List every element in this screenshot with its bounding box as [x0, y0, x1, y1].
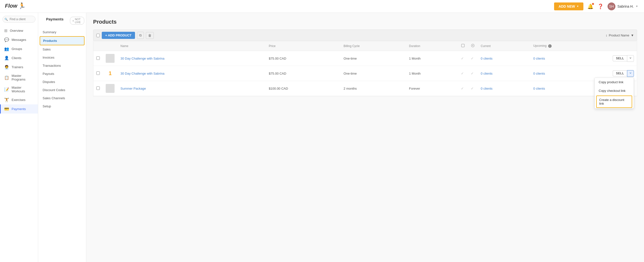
sidebar-item-trainers[interactable]: 🧑‍💼 Trainers	[0, 62, 38, 72]
product-thumb	[106, 84, 114, 93]
user-area[interactable]: SH Sabrina H. ▼	[608, 2, 638, 10]
payments-icon: 💳	[4, 107, 9, 111]
row-price-cell: $100.00 CAD	[266, 81, 340, 96]
sidebar-item-groups[interactable]: 👥 Groups	[0, 44, 38, 53]
sidebar-item-label: Groups	[12, 47, 22, 51]
toolbar-right: ↕ Product Name ▼	[606, 33, 634, 37]
sec-nav-summary[interactable]: Summary	[38, 28, 86, 36]
sec-nav-transactions[interactable]: Transactions	[38, 61, 86, 70]
add-product-label: + ADD PRODUCT	[105, 33, 132, 37]
sidebar-item-label: Overview	[10, 29, 23, 32]
sidebar-item-exercises[interactable]: 🏋️ Exercises	[0, 95, 38, 104]
copy-icon-button[interactable]: ⧉	[137, 32, 144, 39]
product-name-link[interactable]: Summer Package	[120, 87, 146, 90]
th-checkbox	[93, 41, 103, 51]
not-live-badge: NOT LIVE	[70, 17, 84, 25]
sec-nav-payouts[interactable]: Payouts	[38, 70, 86, 78]
sec-nav-invoices[interactable]: Invoices	[38, 53, 86, 61]
sec-nav-sales[interactable]: Sales	[38, 45, 86, 53]
row-actions: SELL Copy product link Copy checkout lin…	[605, 70, 634, 77]
row-duration-cell: 1 Month	[406, 66, 458, 81]
th-icon2	[468, 41, 478, 51]
row-billing-cell: One-time	[341, 51, 406, 66]
th-upcoming: Upcoming i	[530, 41, 602, 51]
th-icon1	[458, 41, 468, 51]
current-clients-link[interactable]: 0 clients	[481, 87, 492, 90]
row-check1-cell: ✓	[458, 66, 468, 81]
sidebar-item-clients[interactable]: 👤 Clients	[0, 53, 38, 62]
product-name-link[interactable]: 30 Day Challenge with Sabrina	[120, 57, 164, 60]
upcoming-clients-link[interactable]: 0 clients	[534, 72, 545, 75]
sidebar-item-master-workouts[interactable]: 📝 Master Workouts	[0, 83, 38, 95]
table-row: 1 30 Day Challenge with Sabrina $75.00 C…	[93, 66, 637, 81]
secondary-header: Payments NOT LIVE	[38, 17, 86, 28]
row-upcoming-cell: 0 clients	[530, 51, 602, 66]
clients-icon: 👤	[4, 56, 9, 60]
row-duration-cell: 1 Month	[406, 51, 458, 66]
sec-nav-discount-codes[interactable]: Discount Codes	[38, 86, 86, 94]
product-name-link[interactable]: 30 Day Challenge with Sabrina	[120, 72, 164, 75]
th-name: Name	[118, 41, 266, 51]
row-actions-cell: SELL Copy product link Copy checkout lin…	[602, 66, 637, 81]
upcoming-clients-link[interactable]: 0 clients	[534, 57, 545, 60]
sell-dropdown-button-open[interactable]	[627, 70, 634, 77]
sidebar-item-label: Trainers	[12, 65, 23, 69]
dropdown-item-create-discount-link[interactable]: Create a discount link	[596, 96, 632, 108]
help-button[interactable]: ❓	[598, 3, 604, 9]
notifications-button[interactable]: 🔔	[587, 3, 594, 9]
th-thumb	[103, 41, 118, 51]
top-nav-right: ADD NEW ▼ 🔔 ❓ SH Sabrina H. ▼	[554, 2, 638, 10]
overview-icon: ⊞	[4, 28, 8, 33]
select-all-checkbox[interactable]	[96, 34, 100, 37]
row-checkbox-cell	[93, 66, 103, 81]
check-icon-1: ✓	[461, 56, 464, 60]
th-current: Current	[478, 41, 530, 51]
not-live-dot	[73, 20, 74, 22]
row-checkbox-cell	[93, 81, 103, 96]
sidebar-item-label: Exercises	[12, 98, 26, 102]
main-content: Products + ADD PRODUCT ⧉ 🗑 ↕ Product Nam…	[86, 13, 644, 262]
current-clients-link[interactable]: 0 clients	[481, 72, 492, 75]
user-name: Sabrina H.	[618, 4, 634, 8]
groups-icon: 👥	[4, 46, 9, 51]
current-clients-link[interactable]: 0 clients	[481, 57, 492, 60]
row-billing-cell: One-time	[341, 66, 406, 81]
sidebar-item-messages[interactable]: 💬 Messages	[0, 35, 38, 44]
add-new-button[interactable]: ADD NEW ▼	[554, 2, 584, 10]
add-new-arrow-icon: ▼	[576, 5, 579, 8]
messages-icon: 💬	[4, 37, 9, 42]
sidebar-item-master-programs[interactable]: 📋 Master Programs	[0, 72, 38, 83]
row-upcoming-cell: 0 clients	[530, 81, 602, 96]
notification-dot	[592, 3, 594, 5]
sell-button[interactable]: SELL	[613, 70, 627, 76]
check-icon-1: ✓	[461, 86, 464, 90]
sec-nav-sales-channels[interactable]: Sales Channels	[38, 94, 86, 102]
dropdown-item-copy-checkout-link[interactable]: Copy checkout link	[595, 86, 634, 95]
sec-nav-products[interactable]: Products	[40, 36, 84, 45]
sell-dropdown-button[interactable]	[627, 55, 634, 62]
sidebar-item-payments[interactable]: 💳 Payments	[0, 104, 38, 114]
row-name-cell: Summer Package	[118, 81, 266, 96]
check-icon-2: ✓	[471, 71, 474, 75]
exercises-icon: 🏋️	[4, 97, 9, 102]
sell-button[interactable]: SELL	[613, 55, 627, 61]
row-checkbox[interactable]	[96, 56, 100, 60]
row-actions-cell: SELL	[602, 51, 637, 66]
secondary-sidebar: Payments NOT LIVE Summary Products Sales…	[38, 13, 86, 262]
row-checkbox[interactable]	[96, 86, 100, 90]
search-box[interactable]: 🔍	[2, 16, 36, 23]
th-price: Price	[266, 41, 340, 51]
toolbar: + ADD PRODUCT ⧉ 🗑 ↕ Product Name ▼	[93, 29, 637, 41]
dropdown-item-copy-product-link[interactable]: Copy product link	[595, 78, 634, 86]
delete-icon-button[interactable]: 🗑	[146, 32, 154, 39]
row-thumb-cell: 1	[103, 66, 118, 81]
main-layout: 🔍 ⊞ Overview 💬 Messages 👥 Groups 👤 Clien…	[0, 13, 644, 262]
upcoming-clients-link[interactable]: 0 clients	[534, 87, 545, 90]
sec-nav-disputes[interactable]: Disputes	[38, 78, 86, 86]
row-checkbox[interactable]	[96, 71, 100, 75]
top-nav: Flow 🏃 ADD NEW ▼ 🔔 ❓ SH Sabrina H. ▼	[0, 0, 644, 13]
action-group: SELL	[613, 55, 634, 62]
sidebar-item-overview[interactable]: ⊞ Overview	[0, 26, 38, 35]
add-product-button[interactable]: + ADD PRODUCT	[102, 32, 135, 39]
sec-nav-setup[interactable]: Setup	[38, 102, 86, 110]
